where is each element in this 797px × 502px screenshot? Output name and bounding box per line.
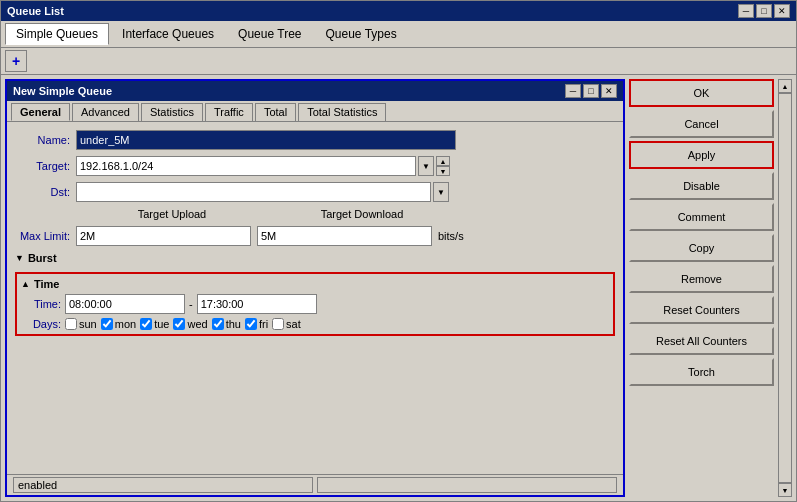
- tab-traffic[interactable]: Traffic: [205, 103, 253, 121]
- tab-total[interactable]: Total: [255, 103, 296, 121]
- inner-maximize-button[interactable]: □: [583, 84, 599, 98]
- tab-general[interactable]: General: [11, 103, 70, 121]
- tab-statistics[interactable]: Statistics: [141, 103, 203, 121]
- day-tue-label: tue: [154, 318, 169, 330]
- toolbar: +: [1, 48, 796, 75]
- status-text: enabled: [13, 477, 313, 493]
- tab-advanced[interactable]: Advanced: [72, 103, 139, 121]
- day-fri: fri: [245, 318, 268, 330]
- day-fri-checkbox[interactable]: [245, 318, 257, 330]
- tab-queue-tree[interactable]: Queue Tree: [227, 23, 312, 45]
- inner-minimize-button[interactable]: ─: [565, 84, 581, 98]
- max-limit-label: Max Limit:: [15, 230, 70, 242]
- close-button[interactable]: ✕: [774, 4, 790, 18]
- reset-counters-button[interactable]: Reset Counters: [629, 296, 774, 324]
- add-button[interactable]: +: [5, 50, 27, 72]
- time-triangle[interactable]: ▲: [21, 279, 30, 289]
- max-limit-upload-input[interactable]: [76, 226, 251, 246]
- time-header: ▲ Time: [21, 278, 609, 290]
- minimize-button[interactable]: ─: [738, 4, 754, 18]
- apply-button[interactable]: Apply: [629, 141, 774, 169]
- dst-row: Dst: ▼: [15, 182, 615, 202]
- maximize-button[interactable]: □: [756, 4, 772, 18]
- scrollbar-down-button[interactable]: ▼: [778, 483, 792, 497]
- day-thu: thu: [212, 318, 241, 330]
- target-label: Target:: [15, 160, 70, 172]
- torch-button[interactable]: Torch: [629, 358, 774, 386]
- target-scroll-down-button[interactable]: ▼: [436, 166, 450, 176]
- day-sat-label: sat: [286, 318, 301, 330]
- title-bar: Queue List ─ □ ✕: [1, 1, 796, 21]
- scrollbar-track[interactable]: [778, 93, 792, 483]
- tab-simple-queues[interactable]: Simple Queues: [5, 23, 109, 45]
- dst-label: Dst:: [15, 186, 70, 198]
- target-row: Target: ▼ ▲ ▼: [15, 156, 615, 176]
- target-upload-label: Target Upload: [77, 208, 267, 220]
- target-input[interactable]: [76, 156, 416, 176]
- name-input[interactable]: [76, 130, 456, 150]
- burst-label: Burst: [28, 252, 57, 264]
- day-wed: wed: [173, 318, 207, 330]
- form-area: Name: Target: ▼ ▲ ▼: [7, 122, 623, 474]
- name-label: Name:: [15, 134, 70, 146]
- dst-input-group: ▼: [76, 182, 449, 202]
- window-title: Queue List: [7, 5, 64, 17]
- reset-all-counters-button[interactable]: Reset All Counters: [629, 327, 774, 355]
- ok-button[interactable]: OK: [629, 79, 774, 107]
- right-panel: OK Cancel Apply Disable Comment Copy Rem…: [629, 79, 774, 497]
- day-thu-label: thu: [226, 318, 241, 330]
- comment-button[interactable]: Comment: [629, 203, 774, 231]
- day-thu-checkbox[interactable]: [212, 318, 224, 330]
- day-sun-label: sun: [79, 318, 97, 330]
- main-content: New Simple Queue ─ □ ✕ General Advanced …: [1, 75, 796, 501]
- disable-button[interactable]: Disable: [629, 172, 774, 200]
- burst-section: ▼ Burst: [15, 252, 615, 264]
- day-mon-checkbox[interactable]: [101, 318, 113, 330]
- target-scroll-up-button[interactable]: ▲: [436, 156, 450, 166]
- copy-button[interactable]: Copy: [629, 234, 774, 262]
- time-dash: -: [189, 298, 193, 310]
- cancel-button[interactable]: Cancel: [629, 110, 774, 138]
- tab-total-statistics[interactable]: Total Statistics: [298, 103, 386, 121]
- queue-list-window: Queue List ─ □ ✕ Simple Queues Interface…: [0, 0, 797, 502]
- upload-download-labels: Target Upload Target Download: [15, 208, 615, 220]
- days-row: Days: sun mon tue: [21, 318, 609, 330]
- outer-scrollbar: ▲ ▼: [778, 79, 792, 497]
- menu-bar: Simple Queues Interface Queues Queue Tre…: [1, 21, 796, 48]
- days-label: Days:: [21, 318, 61, 330]
- tab-interface-queues[interactable]: Interface Queues: [111, 23, 225, 45]
- inner-title-buttons: ─ □ ✕: [565, 84, 617, 98]
- time-start-input[interactable]: [65, 294, 185, 314]
- tab-queue-types[interactable]: Queue Types: [314, 23, 407, 45]
- title-bar-buttons: ─ □ ✕: [738, 4, 790, 18]
- time-end-input[interactable]: [197, 294, 317, 314]
- time-section-label: Time: [34, 278, 59, 290]
- target-scroll-buttons: ▲ ▼: [436, 156, 450, 176]
- inner-dialog-title: New Simple Queue: [13, 85, 112, 97]
- remove-button[interactable]: Remove: [629, 265, 774, 293]
- dst-input[interactable]: [76, 182, 431, 202]
- target-download-label: Target Download: [267, 208, 457, 220]
- day-sun: sun: [65, 318, 97, 330]
- inner-close-button[interactable]: ✕: [601, 84, 617, 98]
- target-input-group: ▼ ▲ ▼: [76, 156, 450, 176]
- max-limit-row: Max Limit: bits/s: [15, 226, 615, 246]
- target-dropdown-button[interactable]: ▼: [418, 156, 434, 176]
- scrollbar-up-button[interactable]: ▲: [778, 79, 792, 93]
- burst-triangle[interactable]: ▼: [15, 253, 24, 263]
- day-sun-checkbox[interactable]: [65, 318, 77, 330]
- dst-dropdown-button[interactable]: ▼: [433, 182, 449, 202]
- inner-tabs: General Advanced Statistics Traffic Tota…: [7, 101, 623, 122]
- day-tue-checkbox[interactable]: [140, 318, 152, 330]
- name-row: Name:: [15, 130, 615, 150]
- status-bar: enabled: [7, 474, 623, 495]
- day-sat-checkbox[interactable]: [272, 318, 284, 330]
- day-tue: tue: [140, 318, 169, 330]
- day-sat: sat: [272, 318, 301, 330]
- day-wed-label: wed: [187, 318, 207, 330]
- max-limit-download-input[interactable]: [257, 226, 432, 246]
- day-fri-label: fri: [259, 318, 268, 330]
- day-wed-checkbox[interactable]: [173, 318, 185, 330]
- bits-label: bits/s: [438, 230, 464, 242]
- time-section: ▲ Time Time: - Days:: [15, 272, 615, 336]
